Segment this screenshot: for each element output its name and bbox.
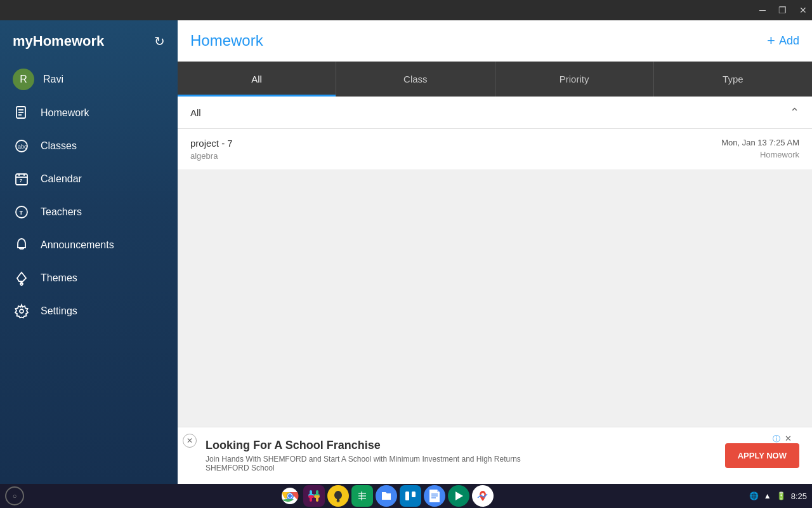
window-controls: ─ ❐ ✕ (759, 5, 807, 15)
taskbar-time: 8:25 (791, 491, 807, 501)
slack-app-icon[interactable] (303, 485, 325, 507)
svg-rect-40 (412, 491, 416, 497)
page-title: Homework (190, 32, 263, 50)
ad-close-button[interactable]: ✕ (183, 434, 197, 448)
brush-icon (13, 269, 30, 287)
filter-tabs: All Class Priority Type (178, 62, 812, 97)
files-app-icon[interactable] (376, 485, 397, 507)
avatar: R (13, 69, 34, 90)
sidebar-item-homework[interactable]: Homework (0, 97, 178, 130)
teachers-icon: T (13, 203, 30, 221)
ad-banner: ✕ ⓘ ✕ Looking For A School Franchise Joi… (178, 427, 812, 484)
sidebar: myHomework ↻ R Ravi Homework abc Classes… (0, 20, 178, 484)
sidebar-item-label: Calendar (41, 173, 82, 185)
docs-app-icon[interactable] (424, 485, 445, 507)
classes-icon: abc (13, 137, 30, 155)
playstore-app-icon[interactable] (448, 485, 469, 507)
sidebar-item-classes[interactable]: abc Classes (0, 130, 178, 163)
calendar-icon: 7 (13, 170, 30, 188)
add-button[interactable]: + Add (767, 32, 799, 49)
sidebar-item-teachers[interactable]: T Teachers (0, 196, 178, 229)
hw-right: Mon, Jan 13 7:25 AM Homework (721, 138, 799, 159)
table-row[interactable]: project - 7 algebra Mon, Jan 13 7:25 AM … (178, 129, 812, 170)
svg-text:T: T (20, 210, 23, 216)
sidebar-item-label: Announcements (41, 239, 114, 251)
sidebar-item-themes[interactable]: Themes (0, 262, 178, 295)
sidebar-item-announcements[interactable]: Announcements (0, 229, 178, 262)
svg-rect-32 (337, 500, 340, 502)
all-section-label: All (190, 107, 201, 118)
tab-type[interactable]: Type (654, 62, 812, 97)
ad-dismiss-button[interactable]: ✕ (785, 434, 792, 443)
tab-class-label: Class (403, 74, 428, 84)
chrome-app-icon[interactable] (279, 485, 301, 507)
hw-date: Mon, Jan 13 7:25 AM (721, 138, 799, 147)
main-header: Homework + Add (178, 20, 812, 62)
taskbar-right: 🌐 ▲ 🔋 8:25 (749, 491, 807, 501)
logo-my: my (13, 33, 33, 49)
sidebar-item-label: Settings (41, 305, 77, 317)
svg-rect-31 (308, 495, 314, 498)
network-icon: 🌐 (749, 491, 759, 500)
svg-marker-44 (455, 491, 463, 500)
main-content: Homework + Add All Class Priority Type A… (178, 20, 812, 484)
sidebar-item-label: Themes (41, 272, 77, 284)
svg-rect-29 (314, 495, 320, 498)
hw-left: project - 7 algebra (190, 138, 233, 161)
tab-all[interactable]: All (178, 62, 336, 97)
ad-description: Join Hands With SHEMFORD and Start A Sch… (206, 455, 535, 472)
plus-icon: + (767, 32, 775, 49)
sheets-app-icon[interactable] (351, 485, 373, 507)
hw-class: algebra (190, 151, 233, 161)
taskbar: ○ (0, 484, 812, 508)
add-label: Add (779, 34, 799, 48)
tab-priority[interactable]: Priority (495, 62, 654, 97)
tab-class[interactable]: Class (336, 62, 495, 97)
ad-title: Looking For A School Franchise (206, 439, 717, 452)
svg-text:abc: abc (18, 144, 27, 150)
svg-text:7: 7 (20, 178, 22, 183)
bell-icon (13, 236, 30, 254)
close-button[interactable]: ✕ (799, 5, 807, 15)
logo-hw: Homework (33, 33, 104, 49)
chevron-up-icon: ⌃ (790, 105, 799, 119)
svg-point-18 (20, 309, 23, 313)
user-item[interactable]: R Ravi (0, 62, 178, 97)
taskbar-circle[interactable]: ○ (5, 486, 24, 505)
sidebar-logo: myHomework ↻ (0, 28, 178, 62)
minimize-button[interactable]: ─ (759, 5, 766, 15)
tab-all-label: All (251, 74, 262, 84)
user-name: Ravi (43, 74, 63, 85)
window-bar: ─ ❐ ✕ (0, 0, 812, 20)
svg-rect-39 (405, 491, 409, 500)
ad-apply-button[interactable]: APPLY NOW (725, 443, 799, 468)
logo-text: myHomework (13, 33, 104, 50)
svg-rect-33 (337, 502, 339, 503)
sidebar-item-calendar[interactable]: 7 Calendar (0, 163, 178, 196)
ad-info-icon: ⓘ (773, 434, 780, 444)
lightbulb-app-icon[interactable] (327, 485, 349, 507)
content-area (178, 170, 812, 427)
hw-title: project - 7 (190, 138, 233, 149)
hw-type: Homework (721, 150, 799, 159)
taskbar-left: ○ (5, 486, 24, 505)
sidebar-item-label: Classes (41, 140, 77, 152)
sidebar-item-settings[interactable]: Settings (0, 295, 178, 328)
document-icon (13, 104, 30, 122)
taskbar-apps (28, 485, 745, 507)
gear-icon (13, 302, 30, 320)
trello-app-icon[interactable] (400, 485, 421, 507)
svg-point-23 (288, 494, 292, 498)
tab-priority-label: Priority (560, 74, 589, 84)
app-container: myHomework ↻ R Ravi Homework abc Classes… (0, 20, 812, 484)
sidebar-item-label: Teachers (41, 206, 82, 218)
all-section[interactable]: All ⌃ (178, 97, 812, 129)
ad-content: Looking For A School Franchise Join Hand… (190, 439, 717, 472)
refresh-icon[interactable]: ↻ (154, 34, 165, 49)
battery-icon: 🔋 (776, 491, 786, 500)
sidebar-item-label: Homework (41, 107, 89, 119)
maximize-button[interactable]: ❐ (778, 5, 787, 15)
tab-type-label: Type (723, 74, 743, 84)
wifi-icon: ▲ (764, 491, 771, 500)
maps-app-icon[interactable] (472, 485, 494, 507)
